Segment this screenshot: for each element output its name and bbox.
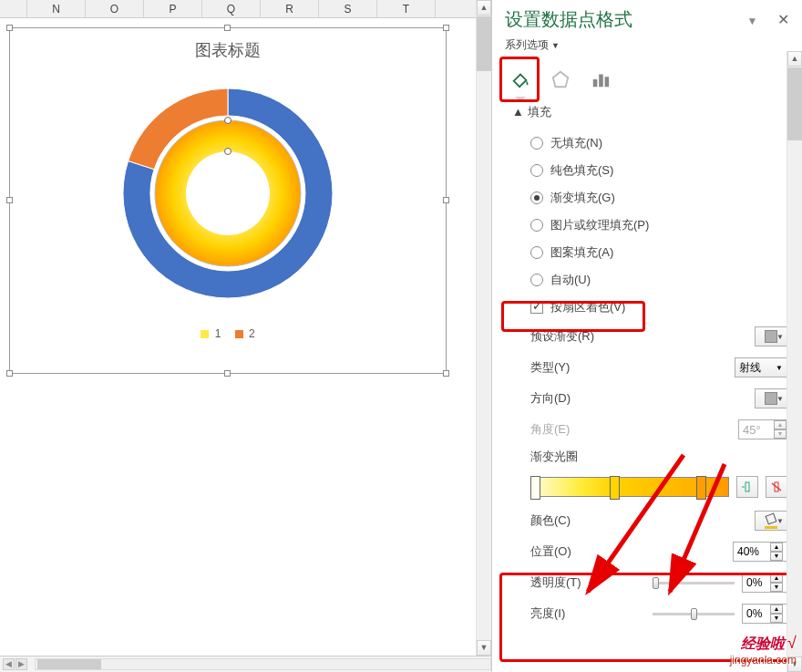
sheet-nav-prev[interactable]: ◀ bbox=[3, 658, 15, 670]
col-header[interactable]: P bbox=[144, 0, 202, 17]
svg-point-1 bbox=[186, 151, 270, 235]
gradient-stop-handle[interactable] bbox=[610, 476, 620, 500]
legend-swatch-icon bbox=[235, 330, 243, 338]
spin-down-button[interactable]: ▼ bbox=[770, 552, 783, 561]
scroll-up-button[interactable]: ▲ bbox=[787, 51, 802, 67]
legend-label: 1 bbox=[215, 327, 221, 340]
resize-handle[interactable] bbox=[6, 370, 13, 377]
format-panel: 设置数据点格式 ▼ ✕ 系列选项 ▼ bbox=[492, 0, 802, 672]
radio-picture-fill[interactable]: 图片或纹理填充(P) bbox=[530, 212, 787, 239]
position-label: 位置(O) bbox=[530, 543, 571, 560]
svg-rect-7 bbox=[605, 77, 610, 87]
radio-label: 纯色填充(S) bbox=[550, 162, 613, 179]
direction-label: 方向(D) bbox=[530, 390, 571, 407]
fill-section-header[interactable]: ▲ 填充 bbox=[512, 104, 787, 120]
donut-chart[interactable] bbox=[105, 70, 351, 316]
scrollbar-thumb[interactable] bbox=[787, 67, 802, 140]
fill-section-label: 填充 bbox=[528, 105, 551, 119]
add-gradient-stop-button[interactable] bbox=[736, 476, 758, 498]
col-header[interactable]: O bbox=[86, 0, 144, 17]
paint-bucket-icon bbox=[765, 514, 777, 527]
radio-icon bbox=[530, 219, 543, 232]
gradient-stop-handle[interactable] bbox=[530, 476, 540, 500]
spreadsheet-area: N O P Q R S T 图表标题 bbox=[0, 0, 492, 672]
sheet-nav-next[interactable]: ▶ bbox=[15, 658, 27, 670]
resize-handle[interactable] bbox=[224, 370, 231, 377]
radio-pattern-fill[interactable]: 图案填充(A) bbox=[530, 239, 787, 266]
scroll-up-button[interactable]: ▲ bbox=[477, 0, 491, 16]
resize-handle[interactable] bbox=[224, 25, 231, 31]
radio-label: 无填充(N) bbox=[550, 135, 602, 151]
radio-icon bbox=[530, 274, 543, 286]
radio-icon bbox=[530, 164, 543, 177]
angle-label: 角度(E) bbox=[530, 421, 570, 438]
spin-up-button[interactable]: ▲ bbox=[770, 543, 783, 552]
add-stop-icon bbox=[741, 481, 754, 493]
direction-dropdown[interactable]: ▼ bbox=[755, 388, 787, 408]
resize-handle[interactable] bbox=[6, 197, 13, 203]
panel-title: 设置数据点格式 bbox=[505, 7, 632, 32]
gradient-stop-handle[interactable] bbox=[696, 476, 706, 500]
radio-auto-fill[interactable]: 自动(U) bbox=[530, 266, 787, 294]
radio-label: 渐变填充(G) bbox=[550, 190, 615, 206]
chart-container[interactable]: 图表标题 bbox=[9, 27, 447, 374]
gradient-stops-bar[interactable] bbox=[530, 477, 729, 497]
angle-value: 45° bbox=[743, 423, 761, 437]
swatch-icon bbox=[765, 392, 777, 405]
color-picker-button[interactable]: ▼ bbox=[755, 511, 787, 531]
watermark-brand: 经验啦 bbox=[741, 636, 785, 651]
resize-handle[interactable] bbox=[6, 25, 13, 31]
legend-label: 2 bbox=[249, 327, 255, 340]
pentagon-icon bbox=[550, 69, 571, 89]
svg-point-2 bbox=[225, 118, 231, 124]
resize-handle[interactable] bbox=[443, 370, 449, 377]
scrollbar-thumb[interactable] bbox=[477, 16, 491, 71]
scrollbar-thumb[interactable] bbox=[37, 659, 101, 669]
legend-swatch-icon bbox=[200, 330, 209, 338]
position-input[interactable]: 40% ▲ ▼ bbox=[733, 542, 787, 562]
col-header[interactable]: T bbox=[377, 0, 436, 17]
chart-legend[interactable]: 1 2 bbox=[10, 327, 446, 340]
series-options-label: 系列选项 bbox=[505, 37, 549, 53]
radio-solid-fill[interactable]: 纯色填充(S) bbox=[530, 157, 787, 184]
panel-vertical-scrollbar[interactable]: ▲ ▼ bbox=[787, 51, 802, 672]
radio-label: 自动(U) bbox=[550, 272, 591, 288]
scroll-down-button[interactable]: ▼ bbox=[477, 640, 491, 656]
chart-title[interactable]: 图表标题 bbox=[10, 39, 446, 61]
remove-stop-icon bbox=[770, 481, 783, 493]
series-options-tab[interactable] bbox=[585, 64, 616, 95]
checkmark-icon: √ bbox=[787, 634, 797, 652]
caret-down-icon: ▼ bbox=[776, 333, 784, 341]
radio-gradient-fill[interactable]: 渐变填充(G) bbox=[530, 184, 787, 212]
preset-gradient-dropdown[interactable]: ▼ bbox=[755, 326, 787, 346]
spin-down-button: ▼ bbox=[774, 429, 787, 439]
svg-line-11 bbox=[772, 483, 781, 491]
bar-chart-icon bbox=[591, 69, 611, 89]
col-header[interactable]: S bbox=[319, 0, 377, 17]
svg-point-3 bbox=[225, 149, 231, 155]
panel-menu-caret-icon[interactable]: ▼ bbox=[746, 15, 757, 27]
radio-icon bbox=[530, 137, 543, 150]
series-options-dropdown[interactable]: 系列选项 ▼ bbox=[505, 37, 560, 53]
col-header[interactable]: Q bbox=[202, 0, 261, 17]
resize-handle[interactable] bbox=[443, 197, 449, 203]
resize-handle[interactable] bbox=[443, 25, 449, 31]
col-header-blank[interactable] bbox=[0, 0, 27, 17]
type-value: 射线 bbox=[739, 360, 761, 376]
horizontal-scrollbar[interactable] bbox=[35, 658, 491, 670]
vertical-scrollbar[interactable]: ▲ ▼ bbox=[476, 0, 491, 656]
close-icon[interactable]: ✕ bbox=[777, 12, 789, 27]
remove-gradient-stop-button[interactable] bbox=[766, 476, 787, 498]
type-label: 类型(Y) bbox=[530, 359, 570, 376]
caret-down-icon: ▼ bbox=[551, 41, 560, 50]
radio-no-fill[interactable]: 无填充(N) bbox=[530, 129, 787, 157]
angle-input: 45° ▲ ▼ bbox=[738, 419, 787, 439]
legend-item: 2 bbox=[235, 327, 255, 340]
col-header[interactable]: R bbox=[261, 0, 319, 17]
effects-tab[interactable] bbox=[545, 64, 576, 95]
type-dropdown[interactable]: 射线 ▼ bbox=[735, 357, 787, 377]
col-header[interactable]: N bbox=[27, 0, 86, 17]
svg-rect-8 bbox=[745, 482, 749, 491]
caret-down-icon: ▼ bbox=[776, 517, 784, 525]
legend-item: 1 bbox=[200, 327, 221, 340]
